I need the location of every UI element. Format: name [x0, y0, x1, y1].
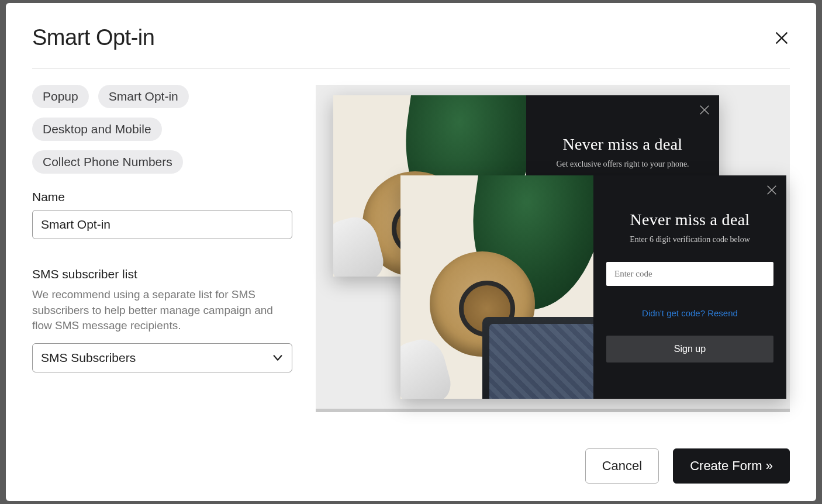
preview-card-step1-heading: Never miss a deal	[563, 135, 683, 154]
sms-list-select[interactable]: SMS Subscribers	[32, 343, 292, 372]
name-label: Name	[32, 190, 292, 204]
create-form-button[interactable]: Create Form »	[673, 448, 790, 484]
modal-header: Smart Opt-in	[32, 25, 790, 68]
modal-body: Popup Smart Opt-in Desktop and Mobile Co…	[32, 68, 790, 431]
close-icon	[774, 30, 789, 46]
preview-code-input	[606, 262, 773, 286]
modal-title: Smart Opt-in	[32, 25, 154, 50]
smart-optin-modal: Smart Opt-in Popup Smart Opt-in Desktop …	[6, 3, 816, 501]
preview-area: Never miss a deal Get exclusive offers r…	[316, 85, 790, 412]
modal-footer: Cancel Create Form »	[32, 431, 790, 484]
preview-card-step1-close-icon	[698, 103, 711, 116]
cancel-button[interactable]: Cancel	[585, 448, 659, 484]
tag-smart-optin: Smart Opt-in	[98, 85, 189, 108]
sms-list-label: SMS subscriber list	[32, 267, 292, 281]
tag-popup: Popup	[32, 85, 89, 108]
close-button[interactable]	[773, 30, 790, 46]
preview-card-step2: Never miss a deal Enter 6 digit verifica…	[400, 175, 786, 399]
preview-card-step2-panel: Never miss a deal Enter 6 digit verifica…	[593, 175, 786, 399]
preview-column: Never miss a deal Get exclusive offers r…	[316, 85, 790, 431]
name-input[interactable]	[32, 210, 292, 239]
tag-collect-phone: Collect Phone Numbers	[32, 150, 183, 174]
sms-section: SMS subscriber list We recommend using a…	[32, 267, 292, 372]
tag-desktop-mobile: Desktop and Mobile	[32, 118, 162, 141]
preview-card-step2-sub: Enter 6 digit verification code below	[630, 235, 750, 244]
preview-signup-button: Sign up	[606, 336, 773, 363]
preview-card-step2-close-icon	[765, 184, 778, 196]
preview-card-step2-heading: Never miss a deal	[630, 210, 750, 229]
preview-resend-link: Didn't get code? Resend	[642, 308, 738, 318]
form-column: Popup Smart Opt-in Desktop and Mobile Co…	[32, 85, 292, 431]
sms-list-select-wrap: SMS Subscribers	[32, 343, 292, 372]
sms-help-text: We recommend using a separate list for S…	[32, 287, 292, 334]
tag-list: Popup Smart Opt-in Desktop and Mobile Co…	[32, 85, 292, 174]
preview-card-step2-image	[400, 175, 593, 399]
preview-card-step1-sub: Get exclusive offers right to your phone…	[556, 160, 689, 169]
